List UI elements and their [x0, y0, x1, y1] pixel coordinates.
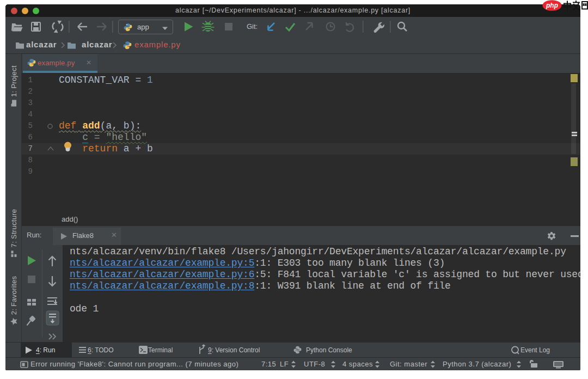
svg-text:php: php: [546, 2, 558, 9]
